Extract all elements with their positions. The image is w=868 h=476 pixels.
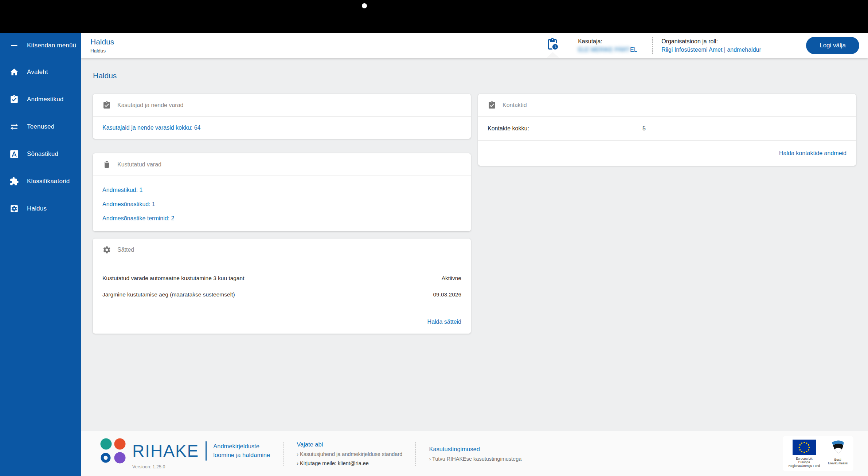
- help-block: Vajate abi › Kasutusjuhend ja andmekirje…: [297, 441, 402, 466]
- card-contacts: Kontaktid Kontakte kokku: 5 Halda kontak…: [478, 94, 856, 166]
- eu-logo-caption: Euroopa Liit Euroopa Regionaalarengu Fon…: [789, 457, 820, 468]
- puzzle-icon: [9, 177, 19, 186]
- breadcrumb: Haldus: [90, 48, 114, 54]
- card-header: Sätted: [93, 239, 471, 261]
- header-divider: [787, 37, 787, 54]
- sidebar-item-label: Klassifikaatorid: [27, 178, 70, 185]
- brand-block: RIHAKE Andmekirjelduste loomine ja halda…: [100, 438, 270, 469]
- brand-tagline: Andmekirjelduste loomine ja haldamine: [213, 442, 270, 459]
- header-divider: [652, 37, 653, 54]
- popover-arrow: [547, 52, 559, 58]
- deleted-dictionaries-link[interactable]: Andmesõnastikud: 1: [102, 201, 461, 208]
- eu-logo-block: Euroopa Liit Euroopa Regionaalarengu Fon…: [789, 440, 820, 468]
- sidebar: Kitsendan menüü Avaleht Andmestikud Teen…: [0, 33, 81, 476]
- help-title[interactable]: Vajate abi: [297, 441, 402, 448]
- setting-label: Kustutatud varade automaatne kustutamine…: [102, 275, 244, 282]
- card-title: Sätted: [117, 247, 134, 253]
- clipboard-clock-icon: [546, 38, 559, 51]
- card-users-and-assets: Kasutajad ja nende varad Kasutajaid ja n…: [93, 94, 471, 139]
- card-footer: Halda sätteid: [93, 310, 471, 334]
- card-header: Kasutajad ja nende varad: [93, 94, 471, 117]
- header: Haldus Haldus Kasutaja: ELE MERIKE PÄRTE…: [81, 33, 868, 58]
- footer-divider: [415, 442, 416, 466]
- collapse-icon: [9, 41, 19, 50]
- setting-label: Järgmine kustutamise aeg (määratakse süs…: [102, 291, 235, 298]
- right-column: Kontaktid Kontakte kokku: 5 Halda kontak…: [478, 94, 856, 166]
- user-label: Kasutaja:: [578, 38, 644, 45]
- card-deleted-assets: Kustutatud varad Andmestikud: 1 Andmesõn…: [93, 153, 471, 231]
- terms-title[interactable]: Kasutustingimused: [429, 446, 521, 453]
- brand-row: RIHAKE Andmekirjelduste loomine ja halda…: [100, 438, 270, 464]
- card-title: Kontaktid: [503, 102, 527, 109]
- estonia-flag-swoosh-icon: [829, 440, 847, 456]
- card-body: Kontakte kokku: 5: [478, 117, 856, 141]
- card-header: Kustutatud varad: [93, 153, 471, 176]
- home-icon: [9, 67, 19, 77]
- manage-settings-link[interactable]: Halda sätteid: [427, 319, 461, 325]
- contacts-total-label: Kontakte kokku:: [488, 125, 642, 132]
- contacts-total-value: 5: [642, 125, 646, 132]
- footer-divider: [283, 442, 284, 466]
- users-total-link[interactable]: Kasutajaid ja nende varasid kokku: 64: [102, 125, 201, 131]
- logout-button[interactable]: Logi välja: [806, 37, 859, 54]
- help-link-email[interactable]: › Kirjutage meile: klient@ria.ee: [297, 460, 402, 466]
- left-column: Kasutajad ja nende varad Kasutajaid ja n…: [93, 94, 471, 334]
- rihake-logo-icon: [100, 438, 126, 464]
- org-label: Organisatsioon ja roll:: [661, 38, 778, 45]
- eu-flag-icon: [793, 440, 816, 455]
- header-title-block: Haldus Haldus: [90, 38, 114, 54]
- sidebar-item-klassifikaatorid[interactable]: Klassifikaatorid: [0, 168, 81, 195]
- terms-block: Kasutustingimused › Tutvu RIHAKEse kasut…: [429, 446, 521, 462]
- clipboard-check-icon: [488, 101, 496, 110]
- footer: RIHAKE Andmekirjelduste loomine ja halda…: [81, 431, 868, 476]
- sidebar-item-label: Sõnastikud: [27, 150, 58, 158]
- main-content: Haldus Kasutajad ja nende varad Kasutaja…: [81, 58, 868, 431]
- page-title: Haldus: [90, 38, 114, 46]
- sidebar-item-label: Andmestikud: [27, 96, 63, 103]
- terms-link[interactable]: › Tutvu RIHAKEse kasutustingimustega: [429, 456, 521, 462]
- sidebar-collapse-toggle[interactable]: Kitsendan menüü: [0, 33, 81, 58]
- card-header: Kontaktid: [478, 94, 856, 117]
- card-body: Andmestikud: 1 Andmesõnastikud: 1 Andmes…: [93, 176, 471, 231]
- manage-contacts-link[interactable]: Halda kontaktide andmeid: [779, 150, 847, 157]
- deleted-datasets-link[interactable]: Andmestikud: 1: [102, 187, 461, 193]
- funding-logos: Euroopa Liit Euroopa Regionaalarengu Fon…: [783, 436, 853, 472]
- card-body: Kustutatud varade automaatne kustutamine…: [93, 261, 471, 310]
- setting-value: 09.03.2026: [433, 291, 461, 298]
- clipboard-check-icon: [9, 95, 19, 104]
- help-link-manual[interactable]: › Kasutusjuhend ja andmekirjelduse stand…: [297, 451, 402, 457]
- sidebar-item-label: Kitsendan menüü: [27, 42, 76, 49]
- sidebar-item-andmestikud[interactable]: Andmestikud: [0, 86, 81, 113]
- card-settings: Sätted Kustutatud varade automaatne kust…: [93, 239, 471, 334]
- card-title: Kasutajad ja nende varad: [117, 102, 183, 109]
- deleted-terms-link[interactable]: Andmesõnastike terminid: 2: [102, 215, 461, 222]
- setting-row: Kustutatud varade automaatne kustutamine…: [102, 270, 461, 286]
- sidebar-item-haldus[interactable]: Haldus: [0, 195, 81, 222]
- org-value: Riigi Infosüsteemi Amet | andmehaldur: [661, 47, 778, 53]
- brand-divider: [206, 441, 207, 461]
- content-heading: Haldus: [93, 71, 868, 80]
- brand-name: RIHAKE: [132, 441, 199, 461]
- sidebar-item-label: Avaleht: [27, 68, 48, 76]
- gear-box-icon: [9, 204, 19, 213]
- swap-arrows-icon: [9, 122, 19, 131]
- sidebar-item-teenused[interactable]: Teenused: [0, 113, 81, 140]
- sidebar-item-label: Teenused: [27, 123, 54, 130]
- cards-grid: Kasutajad ja nende varad Kasutajaid ja n…: [93, 94, 856, 334]
- org-info: Organisatsioon ja roll: Riigi Infosüstee…: [661, 38, 778, 53]
- top-black-bar: [0, 0, 868, 33]
- screen-dot: [362, 3, 367, 8]
- sidebar-item-avaleht[interactable]: Avaleht: [0, 58, 81, 86]
- estonia-logo-block: Eesti tuleviku heaks: [828, 440, 848, 465]
- setting-row: Järgmine kustutamise aeg (määratakse süs…: [102, 286, 461, 303]
- clipboard-check-icon: [102, 101, 111, 110]
- pending-actions-button[interactable]: [546, 38, 560, 54]
- version-label: Versioon: 1.25.0: [132, 464, 270, 469]
- sidebar-item-sonastikud[interactable]: Sõnastikud: [0, 140, 81, 168]
- estonia-logo-caption: Eesti tuleviku heaks: [828, 458, 848, 465]
- sidebar-item-label: Haldus: [27, 205, 47, 212]
- card-body: Kasutajaid ja nende varasid kokku: 64: [93, 117, 471, 139]
- trash-icon: [102, 160, 111, 169]
- card-title: Kustutatud varad: [117, 161, 161, 168]
- user-name: ELE MERIKE PÄRTEL: [578, 47, 644, 53]
